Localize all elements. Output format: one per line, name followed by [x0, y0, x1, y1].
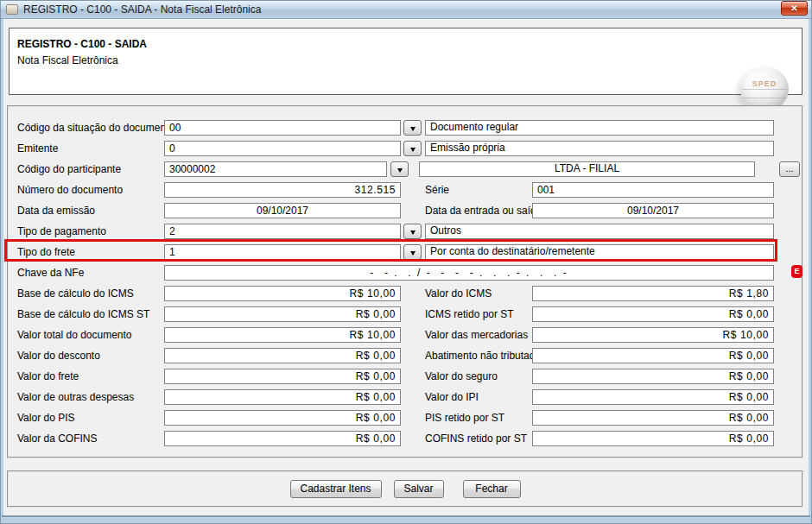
money-left-label: Valor de outras despesas — [17, 389, 134, 405]
money-left-input[interactable] — [164, 306, 401, 322]
row-money-7: Valor da COFINS COFINS retido por ST — [0, 431, 812, 448]
cadastrar-itens-button[interactable]: Cadastrar Itens — [290, 480, 382, 498]
pagamento-description-field[interactable]: Outros — [425, 224, 774, 239]
frete-description-field[interactable]: Por conta do destinatário/remetente — [425, 244, 774, 260]
row-chave: Chave da NFe — [0, 265, 812, 282]
pagamento-dropdown-button[interactable] — [403, 224, 422, 239]
close-button[interactable]: ✕ — [781, 1, 808, 16]
window-icon — [6, 4, 18, 15]
chevron-down-icon — [410, 148, 416, 155]
data-emissao-input[interactable] — [164, 203, 401, 218]
money-right-input[interactable] — [532, 410, 774, 426]
frete-input[interactable] — [164, 244, 401, 260]
logo-text: SPED — [740, 79, 789, 88]
row-money-4: Valor do frete Valor do seguro — [0, 369, 812, 386]
money-left-input[interactable] — [164, 286, 401, 301]
fechar-button[interactable]: Fechar — [463, 480, 521, 498]
money-left-input[interactable] — [164, 369, 401, 384]
participante-dropdown-button[interactable] — [390, 161, 409, 177]
serie-input[interactable] — [532, 182, 774, 198]
situacao-dropdown-button[interactable] — [403, 120, 422, 136]
row-money-6: Valor do PIS PIS retido por ST — [0, 410, 812, 427]
money-right-label: PIS retido por ST — [425, 410, 504, 426]
participante-label: Código do participante — [17, 161, 121, 177]
chevron-down-icon — [410, 230, 416, 237]
money-right-label: COFINS retido por ST — [425, 431, 527, 446]
row-participante: Código do participante LTDA - FILIAL ... — [0, 161, 812, 179]
participante-input[interactable] — [164, 161, 387, 177]
chave-label: Chave da NFe — [17, 265, 84, 281]
frete-dropdown-button[interactable] — [403, 244, 422, 260]
chevron-down-icon — [410, 251, 416, 258]
logo-band — [742, 98, 787, 98]
chevron-down-icon — [397, 168, 403, 175]
money-right-label: Valor do seguro — [425, 369, 498, 384]
row-frete: Tipo do frete Por conta do destinatário/… — [0, 244, 812, 262]
header-panel: REGISTRO - C100 - SAIDA Nota Fiscal Elet… — [9, 28, 802, 95]
money-right-input[interactable] — [532, 286, 774, 301]
error-badge: E — [791, 265, 802, 278]
money-right-input[interactable] — [532, 348, 774, 363]
row-emitente: Emitente Emissão própria — [0, 141, 812, 158]
window-title: REGISTRO - C100 - SAIDA - Nota Fiscal El… — [23, 3, 261, 16]
money-left-label: Valor do desconto — [17, 348, 100, 363]
money-left-label: Base de cálculo do ICMS — [17, 286, 134, 301]
participante-browse-button[interactable]: ... — [779, 161, 800, 177]
situacao-input[interactable] — [164, 120, 401, 136]
money-right-label: Abatimento não tributado — [425, 348, 541, 363]
participante-description-field[interactable]: LTDA - FILIAL — [419, 161, 755, 177]
row-money-3: Valor do desconto Abatimento não tributa… — [0, 348, 812, 365]
money-right-input[interactable] — [532, 306, 774, 322]
money-left-label: Valor total do documento — [17, 327, 132, 343]
frete-label: Tipo do frete — [17, 244, 75, 260]
row-money-5: Valor de outras despesas Valor do IPI — [0, 389, 812, 407]
emitente-input[interactable] — [164, 141, 401, 156]
numero-label: Número do documento — [17, 182, 123, 198]
page-title: REGISTRO - C100 - SAIDA — [17, 38, 147, 50]
pagamento-input[interactable] — [164, 224, 401, 239]
money-left-input[interactable] — [164, 348, 401, 363]
situacao-description-field[interactable]: Documento regular — [425, 120, 774, 136]
row-pagamento: Tipo de pagamento Outros — [0, 224, 812, 241]
money-left-input[interactable] — [164, 431, 401, 446]
salvar-button[interactable]: Salvar — [394, 480, 444, 498]
money-left-label: Valor da COFINS — [17, 431, 97, 446]
page-subtitle: Nota Fiscal Eletrônica — [17, 54, 118, 66]
money-left-input[interactable] — [164, 389, 401, 405]
dialog-window: REGISTRO - C100 - SAIDA - Nota Fiscal El… — [0, 0, 812, 524]
situacao-label: Código da situação do documento — [17, 120, 174, 136]
footer-panel: Cadastrar Itens Salvar Fechar — [7, 470, 803, 508]
row-money-1: Base de cálculo do ICMS ST ICMS retido p… — [0, 306, 812, 324]
money-left-label: Valor do frete — [17, 369, 79, 384]
money-right-label: Valor das mercadorias — [425, 327, 528, 343]
money-left-input[interactable] — [164, 410, 401, 426]
money-left-input[interactable] — [164, 327, 401, 343]
row-numero-serie: Número do documento Série — [0, 182, 812, 199]
emitente-description-field[interactable]: Emissão própria — [425, 141, 774, 156]
pagamento-label: Tipo de pagamento — [17, 224, 106, 239]
emitente-dropdown-button[interactable] — [403, 141, 422, 156]
money-right-input[interactable] — [532, 431, 774, 446]
data-entrada-input[interactable] — [532, 203, 774, 218]
money-right-input[interactable] — [532, 389, 774, 405]
numero-input[interactable] — [164, 182, 401, 198]
window-bottom-edge — [2, 515, 810, 517]
money-right-label: ICMS retido por ST — [425, 306, 514, 322]
emitente-label: Emitente — [17, 141, 58, 156]
row-money-0: Base de cálculo do ICMS Valor do ICMS — [0, 286, 812, 303]
data-entrada-label: Data da entrada ou saída — [425, 203, 542, 218]
chevron-down-icon — [410, 127, 416, 134]
money-left-label: Base de cálculo do ICMS ST — [17, 306, 149, 322]
money-right-input[interactable] — [532, 327, 774, 343]
row-datas: Data da emissão Data da entrada ou saída — [0, 203, 812, 220]
money-right-label: Valor do IPI — [425, 389, 479, 405]
money-right-input[interactable] — [532, 369, 774, 384]
logo-band — [742, 89, 787, 90]
money-left-label: Valor do PIS — [17, 410, 74, 426]
close-icon: ✕ — [790, 3, 797, 13]
data-emissao-label: Data da emissão — [17, 203, 95, 218]
money-right-label: Valor do ICMS — [425, 286, 492, 301]
titlebar[interactable]: REGISTRO - C100 - SAIDA - Nota Fiscal El… — [1, 1, 811, 19]
chave-input[interactable] — [164, 265, 774, 281]
row-situacao: Código da situação do documento Document… — [0, 120, 812, 137]
